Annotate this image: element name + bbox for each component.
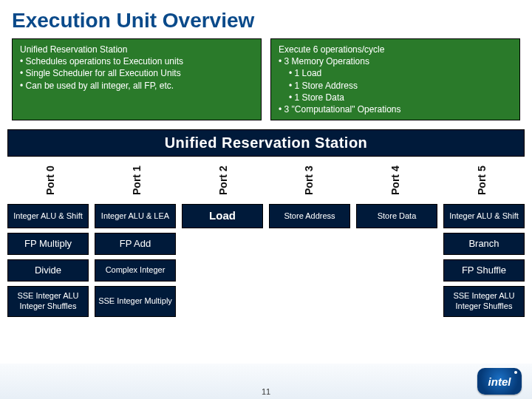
unit-port0-row2: FP Multiply <box>7 233 89 255</box>
unit-port1-row3: Complex Integer <box>95 259 176 282</box>
unit-port4-row1: Store Data <box>356 204 437 228</box>
page-title: Execution Unit Overview <box>0 0 532 38</box>
unit-port1-row1: Integer ALU & LEA <box>95 204 176 228</box>
unit-port0-row1: Integer ALU & Shift <box>7 204 89 228</box>
port-label-1: Port 1 <box>96 158 177 202</box>
reservation-station-bar: Unified Reservation Station <box>7 129 525 157</box>
left-box-heading: Unified Reservation Station <box>20 44 253 55</box>
unit-port5-row4: SSE Integer ALU Integer Shuffles <box>443 286 525 317</box>
right-box-bullet: 3 "Computational" Operations <box>279 103 512 115</box>
port-label-0: Port 0 <box>10 158 91 202</box>
port-label-2: Port 2 <box>183 158 264 202</box>
right-box-sub-bullet: 1 Load <box>289 67 512 79</box>
unit-port0-row4: SSE Integer ALU Integer Shuffles <box>7 286 89 317</box>
right-box-sub-bullet: 1 Store Address <box>289 80 512 92</box>
port-label-5: Port 5 <box>441 158 522 202</box>
intel-logo-text: intel <box>488 375 511 388</box>
info-boxes-row: Unified Reservation Station Schedules op… <box>0 38 532 126</box>
left-box-bullet: Can be used by all integer, all FP, etc. <box>20 80 253 92</box>
unit-port3-row1: Store Address <box>269 204 350 228</box>
ports-row: Port 0 Port 1 Port 2 Port 3 Port 4 Port … <box>7 158 525 202</box>
left-info-box: Unified Reservation Station Schedules op… <box>12 38 262 120</box>
unit-port5-row2: Branch <box>443 233 525 255</box>
intel-logo: intel <box>477 368 522 395</box>
left-box-bullet: Schedules operations to Execution units <box>20 55 253 67</box>
right-info-box: Execute 6 operations/cycle 3 Memory Oper… <box>270 38 520 120</box>
right-box-heading: Execute 6 operations/cycle <box>279 44 512 55</box>
right-box-sub-bullet: 1 Store Data <box>289 92 512 103</box>
unit-port5-row3: FP Shuffle <box>443 259 525 282</box>
unit-port5-row1: Integer ALU & Shift <box>443 204 525 228</box>
port-label-3: Port 3 <box>268 158 349 202</box>
intel-logo-dot <box>514 371 517 374</box>
left-box-bullet: Single Scheduler for all Execution Units <box>20 67 253 79</box>
unit-port2-row1: Load <box>182 204 263 228</box>
unit-port0-row3: Divide <box>7 259 89 282</box>
port-label-4: Port 4 <box>355 158 436 202</box>
unit-port1-row4: SSE Integer Multiply <box>95 286 176 317</box>
right-box-bullet: 3 Memory Operations <box>279 55 512 67</box>
unit-port1-row2: FP Add <box>95 233 176 255</box>
units-grid: Integer ALU & Shift Integer ALU & LEA Lo… <box>7 204 525 317</box>
page-number: 11 <box>262 387 270 396</box>
